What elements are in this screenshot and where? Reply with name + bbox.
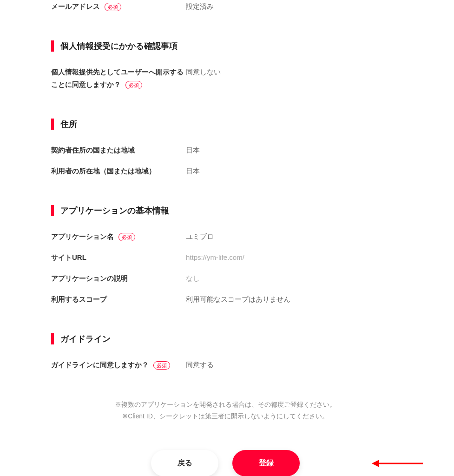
site-url-value: https://ym-life.com/ bbox=[186, 251, 244, 264]
disclosure-row: 個人情報提供先としてユーザーへ開示することに同意しますか？ 必須 同意しない bbox=[51, 66, 400, 91]
site-url-row: サイトURL https://ym-life.com/ bbox=[51, 251, 400, 264]
disclosure-label: 個人情報提供先としてユーザーへ開示することに同意しますか？ 必須 bbox=[51, 66, 186, 91]
email-label: メールアドレス 必須 bbox=[51, 0, 186, 13]
guideline-agree-value: 同意する bbox=[186, 358, 214, 371]
section-app-basic: アプリケーションの基本情報 bbox=[51, 205, 400, 216]
required-badge: 必須 bbox=[125, 81, 142, 89]
section-bar-icon bbox=[51, 333, 54, 344]
section-title: 住所 bbox=[60, 119, 77, 130]
user-country-label: 利用者の所在地（国または地域） bbox=[51, 165, 186, 177]
section-bar-icon bbox=[51, 205, 54, 216]
section-personal-info: 個人情報授受にかかる確認事項 bbox=[51, 40, 400, 52]
section-address: 住所 bbox=[51, 119, 400, 130]
guideline-agree-row: ガイドラインに同意しますか？ 必須 同意する bbox=[51, 358, 400, 371]
email-value: 設定済み bbox=[186, 0, 214, 13]
app-name-label: アプリケーション名 必須 bbox=[51, 230, 186, 243]
section-guideline: ガイドライン bbox=[51, 333, 400, 344]
required-badge: 必須 bbox=[153, 361, 170, 370]
contract-country-row: 契約者住所の国または地域 日本 bbox=[51, 144, 400, 156]
contract-country-label: 契約者住所の国または地域 bbox=[51, 144, 186, 156]
section-title: アプリケーションの基本情報 bbox=[60, 205, 169, 216]
notes: ※複数のアプリケーションを開発される場合は、その都度ご登録ください。 ※Clie… bbox=[51, 399, 400, 422]
register-button[interactable]: 登録 bbox=[232, 450, 300, 476]
email-row: メールアドレス 必須 設定済み bbox=[51, 0, 400, 13]
section-title: 個人情報授受にかかる確認事項 bbox=[60, 40, 178, 52]
button-row: 戻る 登録 bbox=[51, 450, 400, 476]
user-country-value: 日本 bbox=[186, 165, 200, 177]
required-badge: 必須 bbox=[105, 3, 121, 11]
note-line-2: ※Client ID、シークレットは第三者に開示しないようにしてください。 bbox=[51, 410, 400, 422]
disclosure-label-text: 個人情報提供先としてユーザーへ開示することに同意しますか？ bbox=[51, 68, 184, 88]
app-name-value: ユミブロ bbox=[186, 230, 214, 243]
arrow-left-icon bbox=[372, 458, 423, 469]
section-bar-icon bbox=[51, 119, 54, 130]
disclosure-value: 同意しない bbox=[186, 66, 221, 78]
back-button[interactable]: 戻る bbox=[151, 450, 218, 476]
guideline-agree-label-text: ガイドラインに同意しますか？ bbox=[51, 361, 149, 369]
app-desc-value: なし bbox=[186, 272, 200, 284]
section-title: ガイドライン bbox=[60, 333, 111, 344]
email-label-text: メールアドレス bbox=[51, 2, 100, 10]
svg-marker-1 bbox=[372, 460, 379, 467]
section-bar-icon bbox=[51, 40, 54, 52]
required-badge: 必須 bbox=[118, 233, 135, 241]
app-desc-row: アプリケーションの説明 なし bbox=[51, 272, 400, 284]
scope-label: 利用するスコープ bbox=[51, 293, 186, 305]
site-url-label: サイトURL bbox=[51, 251, 186, 264]
contract-country-value: 日本 bbox=[186, 144, 200, 156]
guideline-agree-label: ガイドラインに同意しますか？ 必須 bbox=[51, 358, 186, 371]
app-name-row: アプリケーション名 必須 ユミブロ bbox=[51, 230, 400, 243]
user-country-row: 利用者の所在地（国または地域） 日本 bbox=[51, 165, 400, 177]
scope-row: 利用するスコープ 利用可能なスコープはありません bbox=[51, 293, 400, 305]
note-line-1: ※複数のアプリケーションを開発される場合は、その都度ご登録ください。 bbox=[51, 399, 400, 410]
scope-value: 利用可能なスコープはありません bbox=[186, 293, 290, 305]
app-name-label-text: アプリケーション名 bbox=[51, 232, 114, 240]
app-desc-label: アプリケーションの説明 bbox=[51, 272, 186, 284]
